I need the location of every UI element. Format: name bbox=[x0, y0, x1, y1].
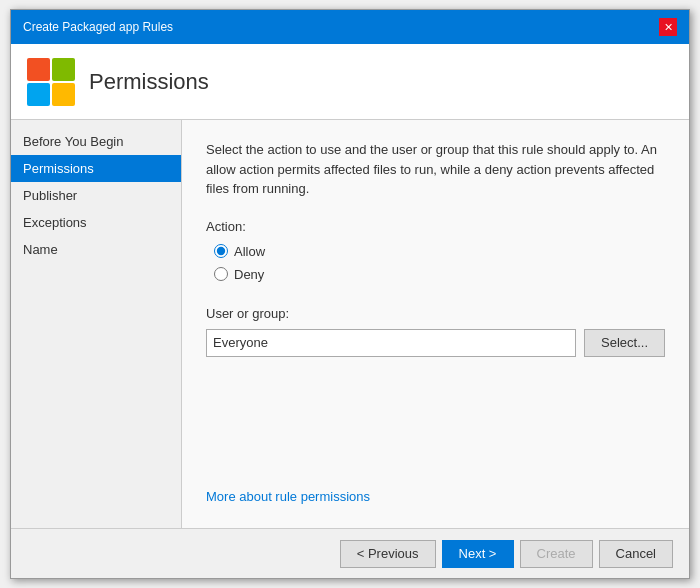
radio-deny-label[interactable]: Deny bbox=[214, 267, 665, 282]
next-button[interactable]: Next > bbox=[442, 540, 514, 568]
user-group-row: Select... bbox=[206, 329, 665, 357]
sidebar-item-label: Exceptions bbox=[23, 215, 87, 230]
radio-deny[interactable] bbox=[214, 267, 228, 281]
dialog-header: Permissions bbox=[11, 44, 689, 120]
sidebar-item-label: Publisher bbox=[23, 188, 77, 203]
close-button[interactable]: ✕ bbox=[659, 18, 677, 36]
dialog-title: Create Packaged app Rules bbox=[23, 20, 173, 34]
more-about-link[interactable]: More about rule permissions bbox=[206, 489, 665, 504]
user-group-label: User or group: bbox=[206, 306, 665, 321]
sidebar-item-label: Permissions bbox=[23, 161, 94, 176]
dialog-body: Before You Begin Permissions Publisher E… bbox=[11, 120, 689, 528]
sidebar-item-name[interactable]: Name bbox=[11, 236, 181, 263]
icon-quad-blue bbox=[27, 83, 50, 106]
sidebar-item-before-you-begin[interactable]: Before You Begin bbox=[11, 128, 181, 155]
previous-button[interactable]: < Previous bbox=[340, 540, 436, 568]
radio-allow[interactable] bbox=[214, 244, 228, 258]
spacer bbox=[206, 357, 665, 490]
icon-quad-green bbox=[52, 58, 75, 81]
radio-deny-text: Deny bbox=[234, 267, 264, 282]
page-title: Permissions bbox=[89, 69, 209, 95]
sidebar-item-label: Before You Begin bbox=[23, 134, 123, 149]
create-button[interactable]: Create bbox=[520, 540, 593, 568]
sidebar-item-exceptions[interactable]: Exceptions bbox=[11, 209, 181, 236]
action-label: Action: bbox=[206, 219, 665, 234]
icon-quad-red bbox=[27, 58, 50, 81]
cancel-button[interactable]: Cancel bbox=[599, 540, 673, 568]
radio-allow-label[interactable]: Allow bbox=[214, 244, 665, 259]
select-button[interactable]: Select... bbox=[584, 329, 665, 357]
dialog: Create Packaged app Rules ✕ Permissions … bbox=[10, 9, 690, 579]
main-content: Select the action to use and the user or… bbox=[181, 120, 689, 528]
app-icon bbox=[27, 58, 75, 106]
sidebar: Before You Begin Permissions Publisher E… bbox=[11, 120, 181, 528]
user-group-input[interactable] bbox=[206, 329, 576, 357]
description-text: Select the action to use and the user or… bbox=[206, 140, 665, 199]
sidebar-item-publisher[interactable]: Publisher bbox=[11, 182, 181, 209]
action-radio-group: Allow Deny bbox=[214, 244, 665, 282]
sidebar-item-permissions[interactable]: Permissions bbox=[11, 155, 181, 182]
footer: < Previous Next > Create Cancel bbox=[11, 528, 689, 578]
icon-quad-yellow bbox=[52, 83, 75, 106]
sidebar-item-label: Name bbox=[23, 242, 58, 257]
radio-allow-text: Allow bbox=[234, 244, 265, 259]
title-bar: Create Packaged app Rules ✕ bbox=[11, 10, 689, 44]
